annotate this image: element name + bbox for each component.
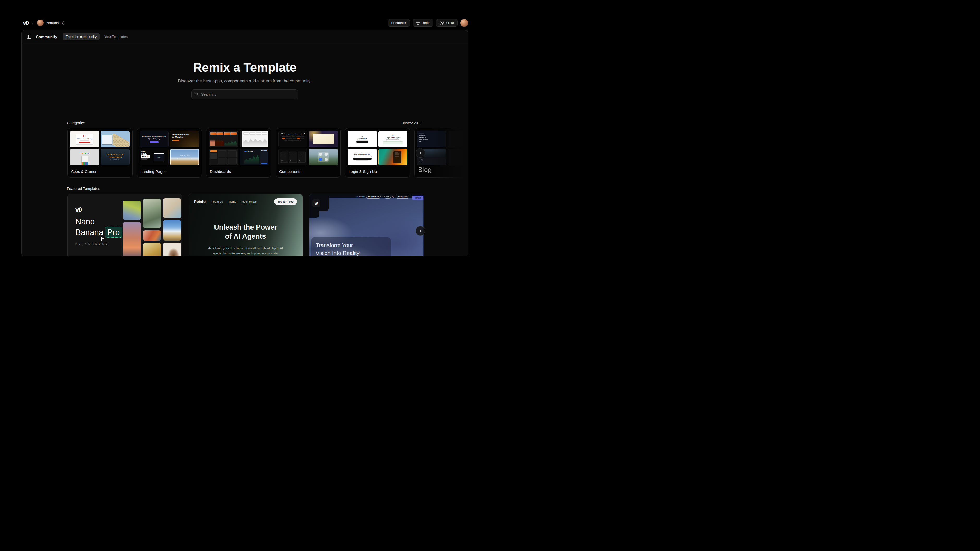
thumb-text: in Minutes bbox=[172, 136, 183, 138]
browse-all-link[interactable]: Browse All bbox=[402, 121, 423, 125]
feedback-label: Feedback bbox=[391, 21, 406, 25]
category-thumbs: I design products that people love A Pos… bbox=[417, 131, 468, 166]
thumb-overview-dashboard: OVERVIEW 12:00 PM bbox=[240, 149, 269, 166]
category-label: Login & Sign Up bbox=[348, 169, 407, 175]
breadcrumb-separator: / bbox=[32, 20, 33, 25]
search-box[interactable] bbox=[191, 89, 298, 99]
sidebar-toggle-button[interactable] bbox=[25, 33, 33, 40]
webrenew-credits-row: Made with Midjourney + v0 by Webrenew bbox=[356, 195, 409, 199]
thumb-text: Streamlined Communication for bbox=[142, 135, 166, 137]
chevron-updown-icon bbox=[62, 21, 65, 25]
thumb-portfolio-landing: Build a Portfolio in Minutes bbox=[170, 131, 199, 147]
featured-next-button[interactable] bbox=[416, 226, 425, 236]
thumb-text: Press ENTER to Start bbox=[110, 159, 120, 161]
featured-heading: Featured Templates bbox=[67, 186, 100, 191]
thumb-text: [IMG] bbox=[157, 156, 161, 158]
credits-value: 71.49 bbox=[445, 21, 454, 25]
photo-pills bbox=[163, 198, 181, 218]
refer-button[interactable]: Refer bbox=[412, 19, 434, 27]
thumb-calendar-app: Welcome to v0 Calendar bbox=[70, 131, 99, 147]
thumb-text: BRUTAL. bbox=[142, 156, 150, 158]
workspace-switcher[interactable]: Personal bbox=[37, 19, 64, 26]
thumb-text: TETRIS bbox=[80, 152, 89, 155]
browse-all-label: Browse All bbox=[402, 121, 418, 125]
pointer-sub-line1: Accelerate your development workflow wit… bbox=[208, 247, 283, 250]
user-avatar[interactable] bbox=[460, 19, 468, 27]
by-label: by bbox=[392, 196, 394, 198]
thumb-text: What are your favorite cuisines? bbox=[278, 133, 307, 135]
thumb-text: love bbox=[419, 141, 444, 143]
pointer-try-button: Try for Free bbox=[274, 198, 297, 205]
v0-badge: v0 bbox=[384, 195, 391, 199]
category-card-components[interactable]: What are your favorite cuisines? bbox=[275, 128, 341, 178]
thumb-text: OVERVIEW bbox=[245, 150, 259, 152]
thumb-blog-hero: I design products that people love bbox=[417, 131, 446, 147]
v0-logo: v0 bbox=[75, 206, 122, 213]
thumb-testimonials bbox=[278, 149, 307, 166]
featured-carousel: v0 Nano BananaPro PLAYGROUND bbox=[22, 194, 468, 256]
search-input[interactable] bbox=[201, 92, 295, 97]
feedback-button[interactable]: Feedback bbox=[388, 19, 410, 27]
pointer-brand: Pointer bbox=[194, 199, 207, 204]
thumb-saas-landing: Streamlined Communication for Quick Ship… bbox=[140, 131, 169, 147]
community-scroll-area[interactable]: Remix a Template Discover the best apps,… bbox=[22, 60, 468, 256]
community-tabs: From the community Your Templates bbox=[63, 33, 131, 40]
workspace-avatar bbox=[37, 19, 44, 26]
thumb-text: RAW. bbox=[142, 151, 150, 153]
photo-clouds-lake bbox=[163, 220, 181, 240]
thumb-login-acme: Welcome to Acme Inc. bbox=[348, 149, 377, 166]
featured-card-pointer[interactable]: Pointer Features Pricing Testimonials Tr… bbox=[188, 194, 303, 256]
thumb-text: Login with X bbox=[358, 138, 367, 139]
nano-pro-highlight: Pro bbox=[105, 227, 122, 238]
thumb-isometric-game bbox=[101, 131, 130, 147]
pointer-nav-features: Features bbox=[212, 200, 223, 203]
search-icon bbox=[195, 92, 199, 97]
page-title: Community bbox=[36, 34, 57, 39]
thumb-signup-gradient bbox=[378, 149, 407, 166]
webrenew-badge: Webrenew bbox=[396, 195, 409, 199]
tab-your-templates[interactable]: Your Templates bbox=[101, 33, 131, 40]
category-label: Dashboards bbox=[209, 169, 269, 175]
featured-card-webrenew[interactable]: W Made with Midjourney + v0 by Webrenew … bbox=[309, 194, 424, 256]
category-label: Apps & Games bbox=[70, 169, 130, 175]
categories-track: Welcome to v0 Calendar TETRIS bbox=[22, 128, 468, 178]
refer-label: Refer bbox=[422, 21, 430, 25]
credits-icon bbox=[440, 21, 444, 25]
thumb-text: Welcome to v0 Calendar bbox=[77, 138, 92, 140]
category-thumbs: Streamlined Communication for Quick Ship… bbox=[140, 131, 199, 166]
thumb-text: Login with Google bbox=[386, 137, 399, 139]
photo-coffee bbox=[163, 243, 181, 256]
thumb-text: A Post bbox=[419, 158, 423, 160]
category-label: Landing Pages bbox=[140, 169, 199, 175]
featured-card-nano-banana[interactable]: v0 Nano BananaPro PLAYGROUND bbox=[67, 194, 182, 256]
featured-header: Featured Templates bbox=[67, 186, 423, 191]
category-card-login-signup[interactable]: X Login with X G Login with Google bbox=[345, 128, 410, 178]
category-card-apps-games[interactable]: Welcome to v0 Calendar TETRIS bbox=[67, 128, 132, 178]
thumb-text: 12:00 PM bbox=[261, 150, 267, 151]
pointer-nav-pricing: Pricing bbox=[228, 200, 236, 203]
webrenew-corner-step bbox=[309, 211, 319, 218]
topbar: v0 / Personal Feedback Refer 71.49 bbox=[0, 16, 490, 30]
thumb-login-google: G Login with Google bbox=[378, 131, 407, 147]
credits-button[interactable]: 71.49 bbox=[436, 19, 458, 27]
thumb-control-center bbox=[309, 149, 338, 166]
categories-heading: Categories bbox=[67, 121, 85, 125]
midjourney-badge: Midjourney bbox=[366, 195, 381, 199]
hero-subtitle: Discover the best apps, components and s… bbox=[22, 78, 468, 83]
v0-logo[interactable]: v0 bbox=[23, 19, 29, 26]
thumb-login-x: X Login with X bbox=[348, 131, 377, 147]
thumb-card-component bbox=[309, 131, 338, 147]
category-card-landing-pages[interactable]: Streamlined Communication for Quick Ship… bbox=[137, 128, 202, 178]
thumb-pixel-game: FRIEDRICHSHAIN CONNECTION Press ENTER to… bbox=[101, 149, 130, 166]
sidebar-panel-icon bbox=[27, 34, 32, 39]
categories-carousel: Welcome to v0 Calendar TETRIS bbox=[22, 128, 468, 178]
photo-bottles bbox=[143, 243, 161, 256]
category-card-dashboards[interactable]: OVERVIEW 12:00 PM Dashboards bbox=[206, 128, 271, 178]
thumb-text: FRIEDRICHSHAIN bbox=[107, 154, 123, 156]
webrenew-overlay: Transform Your Vision Into Reality Use G… bbox=[311, 237, 391, 256]
categories-next-button[interactable] bbox=[416, 148, 425, 158]
pointer-sub-line2: agents that write, review, and optimize … bbox=[213, 252, 278, 255]
tab-from-the-community[interactable]: From the community bbox=[63, 33, 100, 40]
thumb-brutalist-landing: RAW. BOLD. BRUTAL. [IMG] bbox=[140, 149, 169, 166]
nano-text-block: v0 Nano BananaPro PLAYGROUND bbox=[75, 206, 122, 245]
